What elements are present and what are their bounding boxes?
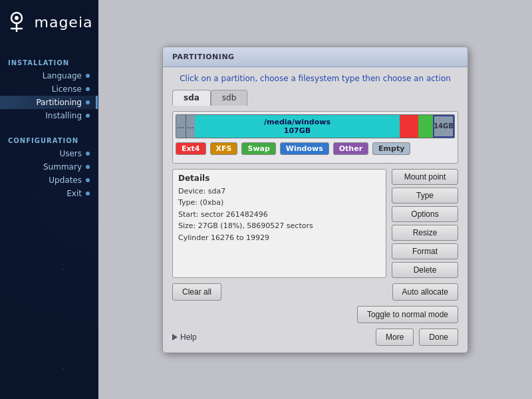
done-button[interactable]: Done xyxy=(419,329,458,346)
dialog-title: PARTITIONING xyxy=(172,53,235,61)
help-triangle-icon xyxy=(172,334,178,340)
details-panel: Details Device: sda7 Type: (0xba) Start:… xyxy=(172,169,386,278)
partition-container: ... ... /media/windows 107GB 14GB xyxy=(172,111,458,164)
installation-section-label: INSTALLATION xyxy=(0,54,98,69)
options-button[interactable]: Options xyxy=(392,206,458,222)
details-type: Type: (0xba) xyxy=(178,197,380,209)
help-label: Help xyxy=(180,332,197,342)
details-cylinder: Cylinder 16276 to 19929 xyxy=(178,232,380,244)
clear-all-button[interactable]: Clear all xyxy=(172,283,221,301)
app-name: mageia xyxy=(34,14,92,31)
details-start: Start: sector 261482496 xyxy=(178,209,380,221)
details-size: Size: 27GB (18%), 58690527 sectors xyxy=(178,220,380,232)
sidebar-dot xyxy=(86,152,90,156)
sidebar-item-users-label: Users xyxy=(59,149,82,158)
legend-empty[interactable]: Empty xyxy=(372,142,410,155)
legend-row: Ext4 XFS Swap Windows Other Empty xyxy=(176,142,455,155)
sidebar-dot xyxy=(86,74,90,78)
sidebar-dot xyxy=(86,165,90,169)
format-button[interactable]: Format xyxy=(392,243,458,259)
legend-swap[interactable]: Swap xyxy=(241,142,275,155)
details-title: Details xyxy=(178,174,380,183)
dialog-body: Click on a partition, choose a filesyste… xyxy=(163,67,467,352)
sidebar-item-language[interactable]: Language xyxy=(0,69,98,82)
auto-allocate-button[interactable]: Auto allocate xyxy=(392,283,458,301)
main-content: PARTITIONING Click on a partition, choos… xyxy=(98,0,532,399)
sidebar-item-summary[interactable]: Summary xyxy=(0,160,98,174)
dialog-titlebar: PARTITIONING xyxy=(163,47,467,67)
legend-windows[interactable]: Windows xyxy=(280,142,329,155)
legend-xfs[interactable]: XFS xyxy=(210,142,238,155)
part-seg-selected[interactable]: 14GB xyxy=(433,115,454,138)
tab-sdb[interactable]: sdb xyxy=(211,90,248,106)
sidebar-item-summary-label: Summary xyxy=(43,162,82,172)
bottom-actions-row1: Clear all Auto allocate xyxy=(172,283,458,301)
disk-tabs: sda sdb xyxy=(172,90,458,106)
sidebar-item-updates[interactable]: Updates xyxy=(0,174,98,187)
bottom-actions-row2: Toggle to normal mode xyxy=(172,306,458,323)
sidebar-dot xyxy=(86,192,90,196)
resize-button[interactable]: Resize xyxy=(392,225,458,241)
legend-ext4[interactable]: Ext4 xyxy=(176,142,206,155)
part-seg-ext4[interactable] xyxy=(400,115,418,138)
sidebar-item-installing-label: Installing xyxy=(45,111,82,120)
sidebar-item-partitioning-label: Partitioning xyxy=(36,98,82,107)
svg-point-1 xyxy=(15,16,19,20)
part-seg-swap[interactable] xyxy=(418,115,433,138)
instruction-text: Click on a partition, choose a filesyste… xyxy=(172,74,458,83)
sidebar-item-exit[interactable]: Exit xyxy=(0,187,98,200)
tab-sda[interactable]: sda xyxy=(172,90,211,106)
sidebar-item-language-label: Language xyxy=(43,71,82,80)
sidebar: mageia INSTALLATION Language License Par… xyxy=(0,0,98,399)
configuration-section-label: CONFIGURATION xyxy=(0,132,98,147)
sidebar-item-updates-label: Updates xyxy=(49,176,82,185)
sidebar-item-users[interactable]: Users xyxy=(0,147,98,160)
mageia-logo-icon xyxy=(5,10,29,34)
mount-point-button[interactable]: Mount point xyxy=(392,169,458,185)
help-button[interactable]: Help xyxy=(172,332,197,342)
part-seg-windows[interactable]: /media/windows 107GB xyxy=(195,115,400,138)
partitioning-dialog: PARTITIONING Click on a partition, choos… xyxy=(162,47,468,353)
sidebar-item-license-label: License xyxy=(52,84,82,94)
details-device: Device: sda7 xyxy=(178,186,380,198)
logo-area: mageia xyxy=(5,10,92,34)
delete-button[interactable]: Delete xyxy=(392,262,458,278)
sidebar-item-partitioning[interactable]: Partitioning xyxy=(0,96,98,109)
more-button[interactable]: More xyxy=(376,329,414,346)
type-button[interactable]: Type xyxy=(392,188,458,203)
bottom-row: Help More Done xyxy=(172,329,458,346)
sidebar-dot xyxy=(86,100,90,104)
action-buttons: Mount point Type Options Resize Format D… xyxy=(392,169,458,278)
sidebar-item-license[interactable]: License xyxy=(0,82,98,96)
part-seg-dots1[interactable]: ... xyxy=(176,115,186,138)
sidebar-dot xyxy=(86,178,90,182)
partition-bar: ... ... /media/windows 107GB 14GB xyxy=(176,114,455,138)
sidebar-item-exit-label: Exit xyxy=(66,189,82,198)
sidebar-item-installing[interactable]: Installing xyxy=(0,109,98,122)
sidebar-dot xyxy=(86,114,90,118)
sidebar-dot xyxy=(86,87,90,91)
toggle-button[interactable]: Toggle to normal mode xyxy=(357,306,458,323)
part-seg-dots2[interactable]: ... xyxy=(186,115,195,138)
legend-other[interactable]: Other xyxy=(333,142,368,155)
details-and-buttons: Details Device: sda7 Type: (0xba) Start:… xyxy=(172,169,458,278)
